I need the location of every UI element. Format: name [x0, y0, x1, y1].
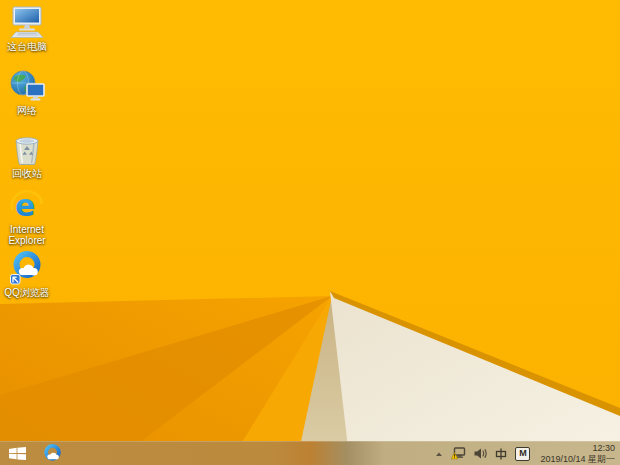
clock[interactable]: 12:30 2019/10/14 星期一 [538, 443, 615, 465]
qq-browser-icon [9, 250, 45, 285]
network-status-icon[interactable] [451, 447, 466, 460]
speaker-icon [474, 448, 487, 459]
desktop-icon-label: 这台电脑 [7, 41, 47, 52]
desktop-icon-label: 回收站 [12, 168, 42, 179]
clock-date: 2019/10/14 星期一 [540, 454, 615, 465]
desktop-icon-label: QQ浏览器 [4, 287, 50, 298]
start-button[interactable] [0, 442, 34, 465]
taskbar: M 12:30 2019/10/14 星期一 [0, 441, 620, 465]
ime-language-icon[interactable] [495, 448, 507, 460]
network-warning-icon [451, 447, 466, 460]
shortcut-arrow-overlay [11, 275, 21, 285]
clock-time: 12:30 [540, 443, 615, 454]
qq-browser-icon [42, 443, 63, 464]
desktop-icon-this-pc[interactable]: 这台电脑 [0, 6, 54, 52]
desktop-icon-label: 网络 [17, 105, 37, 116]
desktop-icon-qq-browser[interactable]: QQ浏览器 [0, 250, 54, 298]
desktop-icon-network[interactable]: 网络 [0, 70, 54, 116]
desktop-icon-recycle-bin[interactable]: 回收站 [0, 136, 54, 179]
recycle-bin-icon [12, 136, 42, 166]
taskbar-qq-browser-button[interactable] [34, 442, 70, 465]
network-icon [9, 70, 45, 103]
this-pc-icon [9, 6, 45, 39]
desktop-icon-label: Internet Explorer [0, 224, 54, 246]
volume-icon[interactable] [474, 448, 487, 459]
desktop: 这台电脑 网络 回收站 [0, 0, 620, 465]
desktop-icon-internet-explorer[interactable]: e Internet Explorer [0, 188, 54, 246]
chevron-up-icon [435, 451, 443, 457]
ime-zhong-glyph-icon [495, 448, 507, 460]
wallpaper [0, 0, 620, 465]
internet-explorer-icon: e [10, 188, 44, 222]
system-tray: M 12:30 2019/10/14 星期一 [435, 443, 620, 465]
windows-logo-icon [9, 447, 26, 460]
ime-mode-icon[interactable]: M [515, 447, 530, 461]
show-hidden-icons-button[interactable] [435, 451, 443, 457]
